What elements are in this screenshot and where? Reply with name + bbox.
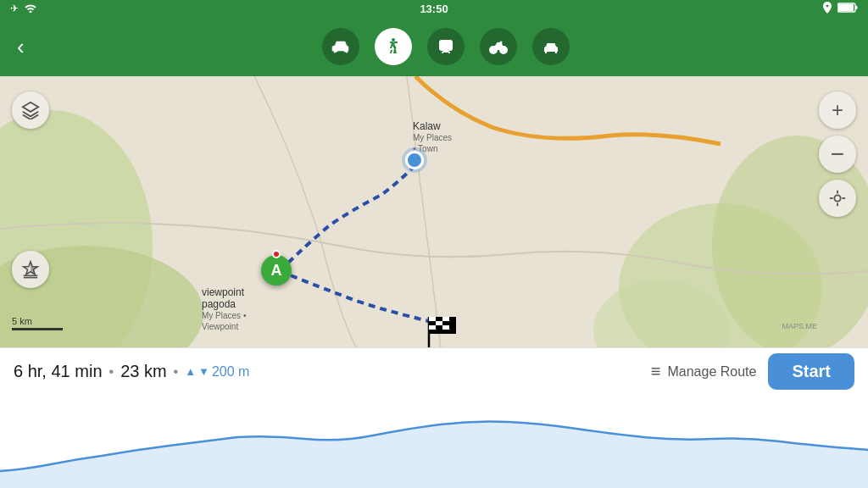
elevation-profile [0, 395, 868, 488]
layers-button[interactable] [12, 92, 49, 129]
elev-up-icon: ▲ [185, 365, 196, 378]
mode-taxi[interactable] [532, 28, 570, 65]
svg-rect-34 [442, 325, 449, 330]
scale-label: 5 km [12, 316, 63, 326]
saved-places-button[interactable] [12, 251, 49, 288]
manage-route-button[interactable]: ≡ Manage Route [651, 362, 757, 381]
location-status-icon [822, 2, 832, 15]
manage-route-icon: ≡ [651, 362, 661, 381]
destination-marker [422, 313, 463, 347]
svg-rect-8 [447, 42, 451, 46]
my-location-button[interactable] [819, 180, 856, 217]
svg-rect-31 [442, 321, 449, 325]
start-marker: A [261, 250, 292, 286]
airplane-icon: ✈ [10, 3, 19, 14]
svg-point-3 [336, 50, 338, 53]
svg-point-10 [442, 52, 443, 53]
svg-rect-26 [429, 317, 436, 321]
manage-route-label: Manage Route [667, 364, 756, 380]
zoom-in-button[interactable]: + [819, 92, 856, 129]
svg-rect-2 [855, 6, 858, 9]
route-dot-2: • [174, 364, 179, 380]
mode-car[interactable] [322, 28, 359, 65]
current-location-marker [405, 151, 424, 169]
mapsme-watermark: MAPS.ME [782, 322, 817, 330]
back-button[interactable]: ‹ [17, 36, 25, 58]
svg-rect-28 [442, 317, 449, 321]
svg-point-16 [554, 50, 556, 52]
map-area[interactable]: A Kalaw My Places • Town viewpoint pagod… [0, 76, 868, 347]
battery-icon [837, 3, 858, 14]
route-stats: 6 hr, 41 min • 23 km • ▲ ▼ 200 m [14, 362, 651, 381]
svg-rect-33 [436, 325, 442, 330]
start-button[interactable]: Start [768, 353, 854, 390]
zoom-out-button[interactable]: − [819, 136, 856, 173]
route-elevation: ▲ ▼ 200 m [185, 364, 249, 380]
transport-modes [42, 28, 851, 65]
svg-point-5 [392, 38, 395, 42]
svg-rect-29 [429, 321, 436, 325]
scale-line [12, 328, 63, 330]
svg-rect-27 [436, 317, 442, 321]
status-right [822, 2, 858, 15]
mode-transit[interactable] [427, 28, 465, 65]
svg-point-14 [500, 42, 503, 44]
svg-rect-9 [441, 47, 451, 49]
svg-point-11 [448, 52, 450, 53]
mode-bike[interactable] [480, 28, 517, 65]
svg-point-4 [344, 50, 347, 53]
wifi-icon [24, 3, 37, 14]
status-left: ✈ [10, 3, 37, 14]
svg-point-37 [834, 195, 840, 201]
scale-bar: 5 km [12, 316, 63, 330]
route-duration: 6 hr, 41 min [14, 362, 103, 381]
status-bar: ✈ 13:50 [0, 0, 868, 17]
svg-rect-30 [436, 321, 442, 325]
status-time: 13:50 [420, 3, 448, 15]
mode-walk[interactable] [375, 28, 412, 65]
svg-rect-32 [429, 325, 436, 330]
route-info-bar: 6 hr, 41 min • 23 km • ▲ ▼ 200 m ≡ Manag… [0, 347, 868, 395]
route-distance: 23 km [120, 362, 166, 381]
elev-value: 200 m [212, 364, 249, 380]
svg-rect-7 [441, 42, 445, 46]
nav-bar: ‹ [0, 17, 868, 76]
route-dot-1: • [109, 364, 114, 380]
svg-rect-17 [548, 43, 554, 45]
svg-point-15 [547, 50, 548, 52]
elev-down-icon: ▼ [198, 365, 209, 378]
svg-rect-1 [838, 4, 854, 11]
